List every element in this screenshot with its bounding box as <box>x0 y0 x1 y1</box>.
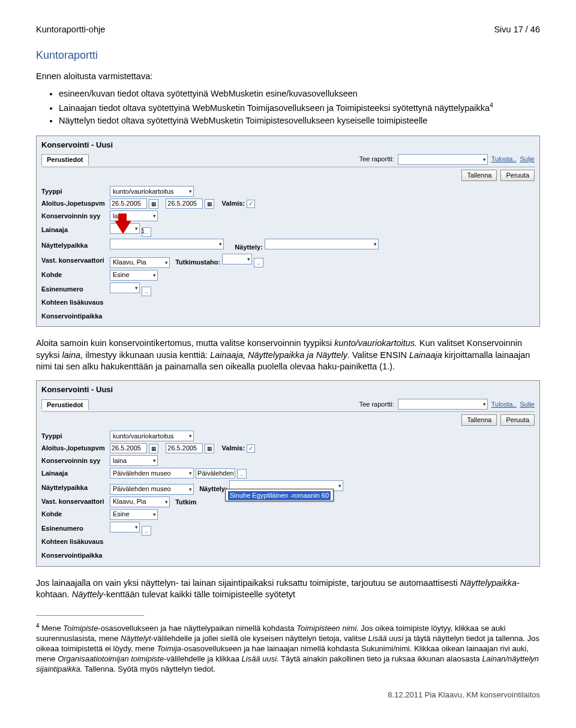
page-header: Kuntoraportti-ohje Sivu 17 / 46 <box>36 24 540 36</box>
date-start-input[interactable]: 26.5.2005 <box>110 443 147 453</box>
calendar-icon[interactable]: ▦ <box>205 444 214 453</box>
esinenumero-search-button[interactable]: .. <box>142 526 151 536</box>
tutkimustaho-search-button[interactable]: .. <box>254 258 263 267</box>
label-aloitus: Aloitus-,lopetuspvm <box>41 444 107 453</box>
vast-select[interactable]: Klaavu, Pia <box>110 497 170 507</box>
label-syy: Konservoinnin syy <box>41 212 107 221</box>
label-lisakuvaus: Kohteen lisäkuvaus <box>41 537 107 546</box>
label-valmis: Valmis: <box>222 444 245 452</box>
tulosta-link[interactable]: Tulosta.. <box>491 400 517 409</box>
label-nayttelypaikka: Näyttelypaikka <box>41 241 107 250</box>
tutkimustaho-select[interactable] <box>222 254 252 264</box>
window-title: Konservointi - Uusi <box>41 140 535 151</box>
date-start-input[interactable]: 26.5.2005 <box>110 198 147 209</box>
lainaaja-filter-input[interactable]: Päivälehden <box>196 468 235 479</box>
screenshot-konservointi-2: Konservointi - Uusi Perustiedot Tee rapo… <box>36 380 540 567</box>
paragraph-1: Aloita samoin kuin konservointikertomus,… <box>36 338 540 373</box>
screenshot-konservointi-1: Konservointi - Uusi Perustiedot Tee rapo… <box>36 136 540 327</box>
tee-raportti-select[interactable] <box>398 154 488 165</box>
nayttely-suggest-popup[interactable]: Sinuhe Egyptiläinen -romaanin 60 <box>225 489 334 501</box>
label-konspaikka: Konservointipaikka <box>41 551 535 560</box>
label-syy: Konservoinnin syy <box>41 456 107 465</box>
calendar-icon[interactable]: ▦ <box>149 444 158 453</box>
tallenna-button[interactable]: Tallenna <box>461 414 497 426</box>
label-tyyppi: Tyyppi <box>41 187 107 196</box>
label-kohde: Kohde <box>41 510 107 519</box>
intro-text: Ennen aloitusta varmistettava: <box>36 71 540 83</box>
page-footer: 8.12.2011 Pia Klaavu, KM konservointilai… <box>36 690 540 700</box>
sulje-link[interactable]: Sulje <box>520 155 535 164</box>
form-grid: Tyyppi kunto/vauriokartoitus Aloitus-,lo… <box>41 431 535 546</box>
tyyppi-select[interactable]: kunto/vauriokartoitus <box>110 186 194 197</box>
tab-row: Perustiedot Tee raportti: Tulosta.. Sulj… <box>41 154 535 167</box>
sulje-link[interactable]: Sulje <box>520 400 535 409</box>
nayttelypaikka-select[interactable]: Päivälehden museo <box>110 484 194 495</box>
lainaaja-select[interactable]: Päivälehden museo <box>110 468 194 479</box>
valmis-checkbox[interactable]: ✓ <box>247 200 255 208</box>
tyyppi-select[interactable]: kunto/vauriokartoitus <box>110 431 194 441</box>
label-lainaaja: Lainaaja <box>41 469 107 478</box>
bullet-list: esineen/kuvan tiedot oltava syötettyinä … <box>36 88 540 127</box>
syy-select[interactable]: laina <box>110 455 158 466</box>
suggest-item[interactable]: Sinuhe Egyptiläinen -romaanin 60 <box>228 491 331 500</box>
peruuta-button[interactable]: Peruuta <box>500 414 535 426</box>
syy-select[interactable]: laina <box>110 210 158 221</box>
bullet-item: esineen/kuvan tiedot oltava syötettyinä … <box>59 88 540 100</box>
calendar-icon[interactable]: ▦ <box>149 199 158 209</box>
window-title: Konservointi - Uusi <box>41 384 535 395</box>
label-aloitus: Aloitus-,lopetuspvm <box>41 199 107 208</box>
header-left: Kuntoraportti-ohje <box>36 24 105 36</box>
tulosta-link[interactable]: Tulosta.. <box>491 155 517 164</box>
tab-row: Perustiedot Tee raportti: Tulosta.. Sulj… <box>41 399 535 413</box>
kohde-select[interactable]: Esine <box>110 270 158 281</box>
label-esinenumero: Esinenumero <box>41 285 107 294</box>
label-konspaikka: Konservointipaikka <box>41 312 535 321</box>
label-tutkim: Tutkim <box>175 498 196 505</box>
form-grid: Tyyppi kunto/vauriokartoitus Aloitus-,lo… <box>41 186 535 306</box>
label-tyyppi: Tyyppi <box>41 432 107 441</box>
bullet-item: Lainaajan tiedot oltava syötettyinä WebM… <box>59 101 540 114</box>
paragraph-2: Jos lainaajalla on vain yksi näyttelyn- … <box>36 577 540 601</box>
valmis-checkbox[interactable]: ✓ <box>247 444 255 453</box>
tallenna-button[interactable]: Tallenna <box>461 170 497 181</box>
label-vast: Vast. konservaattori <box>41 256 107 265</box>
label-valmis: Valmis: <box>222 200 245 207</box>
date-end-input[interactable]: 26.5.2005 <box>166 443 203 453</box>
label-nayttely: Näyttely: <box>235 243 262 251</box>
tee-raportti-select[interactable] <box>398 399 488 410</box>
label-kohde: Kohde <box>41 270 107 279</box>
label-esinenumero: Esinenumero <box>41 524 107 533</box>
label-tutkimustaho: Tutkimustaho: <box>175 258 220 266</box>
footnote-text: 4 Mene Toimipiste-osasovellukseen ja hae… <box>36 622 540 675</box>
label-tee-raportti: Tee raportti: <box>359 155 394 164</box>
nayttely-select[interactable] <box>265 239 379 249</box>
date-end-input[interactable]: 26.5.2005 <box>166 198 203 209</box>
arrow-number: 1 <box>141 227 145 236</box>
label-lainaaja: Lainaaja <box>41 225 107 234</box>
label-nayttely: Näyttely: <box>199 485 227 492</box>
calendar-icon[interactable]: ▦ <box>205 199 214 209</box>
header-right: Sivu 17 / 46 <box>494 24 540 36</box>
esinenumero-search-button[interactable]: .. <box>142 287 151 296</box>
esinenumero-select[interactable] <box>110 522 140 533</box>
peruuta-button[interactable]: Peruuta <box>500 170 535 181</box>
nayttelypaikka-select[interactable] <box>110 239 224 249</box>
lainaaja-search-button[interactable]: .. <box>237 469 247 479</box>
vast-select[interactable]: Klaavu, Pia <box>110 257 170 268</box>
footnote-ref: 4 <box>490 102 493 109</box>
esinenumero-select[interactable] <box>110 282 140 293</box>
label-lisakuvaus: Kohteen lisäkuvaus <box>41 298 107 307</box>
label-nayttelypaikka: Näyttelypaikka <box>41 483 107 492</box>
kohde-select[interactable]: Esine <box>110 509 158 520</box>
tab-perustiedot[interactable]: Perustiedot <box>41 399 89 411</box>
bullet-item: Näyttelyn tiedot oltava syötettyinä WebM… <box>59 115 540 127</box>
footnote-separator <box>36 615 144 616</box>
section-title: Kuntoraportti <box>36 48 540 62</box>
label-tee-raportti: Tee raportti: <box>359 400 394 409</box>
label-vast: Vast. konservaattori <box>41 497 107 506</box>
tab-perustiedot[interactable]: Perustiedot <box>41 154 89 166</box>
